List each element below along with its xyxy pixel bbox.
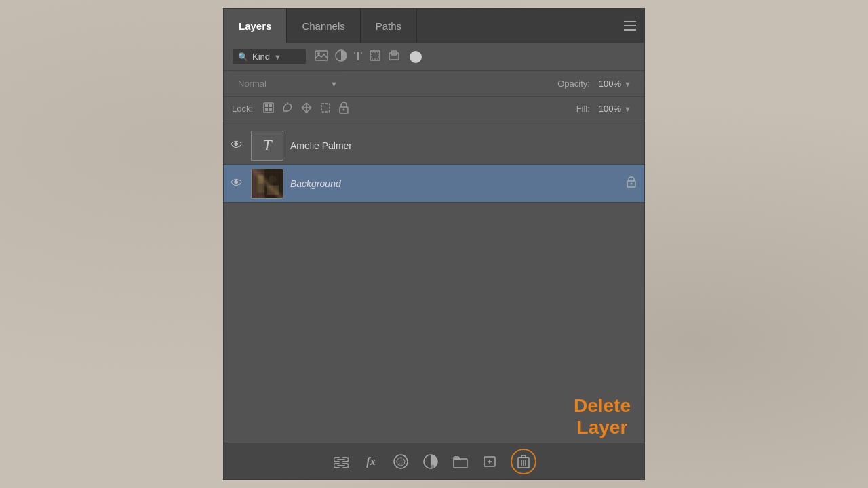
visibility-toggle[interactable]: 👁 [229, 138, 244, 152]
fill-section: Fill: 100% ▼ [576, 101, 636, 117]
svg-rect-5 [389, 53, 399, 60]
new-layer-button[interactable] [481, 452, 500, 471]
lock-position-icon[interactable] [300, 102, 313, 117]
shape-filter-icon[interactable] [369, 49, 381, 64]
add-mask-button[interactable] [391, 452, 410, 471]
lock-bar: Lock: [224, 97, 644, 121]
svg-rect-32 [267, 185, 279, 194]
search-icon: 🔍 [238, 52, 248, 62]
svg-rect-27 [252, 169, 264, 197]
tab-layers[interactable]: Layers [224, 9, 287, 43]
lock-pixels-icon[interactable] [262, 102, 275, 117]
svg-rect-11 [269, 108, 272, 111]
layer-thumbnail: T [251, 131, 283, 161]
lock-paint-icon[interactable] [281, 102, 294, 117]
tab-bar: Layers Channels Paths [224, 9, 644, 43]
tab-paths[interactable]: Paths [361, 9, 417, 43]
bottom-toolbar: fx [224, 443, 644, 479]
blend-mode-bar: Normal ▼ Opacity: 100% ▼ [224, 71, 644, 97]
tab-channels[interactable]: Channels [287, 9, 360, 43]
svg-point-38 [397, 458, 405, 466]
lock-artboard-icon[interactable] [319, 102, 332, 117]
filter-bar: 🔍 Kind ▼ T [224, 43, 644, 71]
svg-point-25 [343, 108, 345, 110]
lock-icon [627, 176, 636, 190]
layer-thumbnail [251, 169, 283, 199]
new-adjustment-button[interactable] [421, 452, 440, 471]
layer-item[interactable]: 👁 T Amelie Palmer [224, 127, 644, 165]
layers-panel: Layers Channels Paths 🔍 Kind ▼ [223, 8, 645, 480]
svg-rect-30 [258, 176, 264, 184]
layers-list: 👁 T Amelie Palmer 👁 Background [224, 121, 644, 443]
link-layers-button[interactable] [332, 452, 351, 471]
filter-toggle[interactable] [410, 51, 422, 63]
svg-point-31 [269, 175, 277, 183]
svg-rect-9 [269, 104, 272, 107]
svg-rect-26 [252, 169, 283, 197]
visibility-toggle[interactable]: 👁 [229, 176, 244, 190]
opacity-section: Opacity: 100% ▼ [557, 76, 636, 92]
blend-mode-dropdown[interactable]: Normal ▼ [232, 75, 344, 92]
image-filter-icon[interactable] [315, 50, 328, 64]
opacity-input[interactable]: 100% ▼ [594, 76, 636, 92]
svg-rect-41 [454, 459, 467, 468]
panel-menu-button[interactable] [624, 21, 636, 30]
layer-name: Background [290, 178, 620, 189]
fill-input[interactable]: 100% ▼ [594, 101, 636, 117]
opacity-chevron-icon: ▼ [624, 80, 631, 88]
svg-rect-29 [257, 174, 265, 192]
layer-effects-button[interactable]: fx [361, 452, 380, 471]
fill-chevron-icon: ▼ [624, 105, 631, 113]
layer-name: Amelie Palmer [290, 140, 636, 151]
blend-chevron-icon: ▼ [330, 80, 338, 88]
svg-point-40 [431, 465, 434, 468]
lock-all-icon[interactable] [338, 102, 349, 117]
svg-point-34 [631, 183, 633, 185]
svg-rect-23 [321, 104, 330, 112]
adjustment-filter-icon[interactable] [335, 49, 347, 64]
layer-item[interactable]: 👁 Background [224, 165, 644, 203]
smartobject-filter-icon[interactable] [388, 49, 400, 64]
delete-layer-button[interactable] [511, 449, 536, 474]
kind-dropdown[interactable]: 🔍 Kind ▼ [232, 48, 307, 65]
svg-rect-10 [265, 108, 268, 111]
svg-rect-8 [265, 104, 268, 107]
filter-icons: T [315, 49, 422, 64]
type-filter-icon[interactable]: T [354, 49, 362, 64]
svg-rect-4 [372, 52, 378, 59]
new-group-button[interactable] [451, 452, 470, 471]
chevron-down-icon: ▼ [274, 53, 281, 61]
svg-rect-28 [264, 169, 283, 197]
